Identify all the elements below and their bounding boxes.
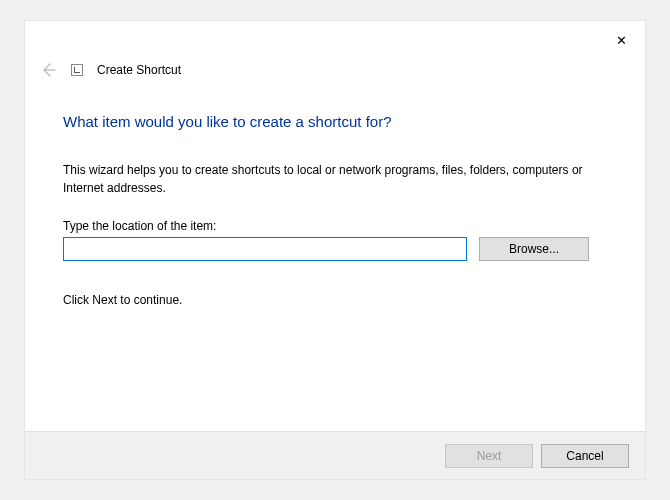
wizard-header: Create Shortcut <box>39 61 181 79</box>
create-shortcut-wizard: ✕ Create Shortcut What item would you li… <box>24 20 646 480</box>
cancel-button[interactable]: Cancel <box>541 444 629 468</box>
shortcut-icon <box>71 64 83 76</box>
next-button[interactable]: Next <box>445 444 533 468</box>
close-button[interactable]: ✕ <box>611 31 631 51</box>
close-icon: ✕ <box>616 33 627 48</box>
location-label: Type the location of the item: <box>63 219 216 233</box>
location-input[interactable] <box>63 237 467 261</box>
window-title: Create Shortcut <box>97 63 181 77</box>
wizard-heading: What item would you like to create a sho… <box>63 113 391 130</box>
wizard-description: This wizard helps you to create shortcut… <box>63 161 603 197</box>
wizard-footer: Next Cancel <box>25 431 645 479</box>
continue-hint: Click Next to continue. <box>63 293 182 307</box>
input-row: Browse... <box>63 237 589 261</box>
browse-button[interactable]: Browse... <box>479 237 589 261</box>
back-arrow-icon <box>39 61 57 79</box>
